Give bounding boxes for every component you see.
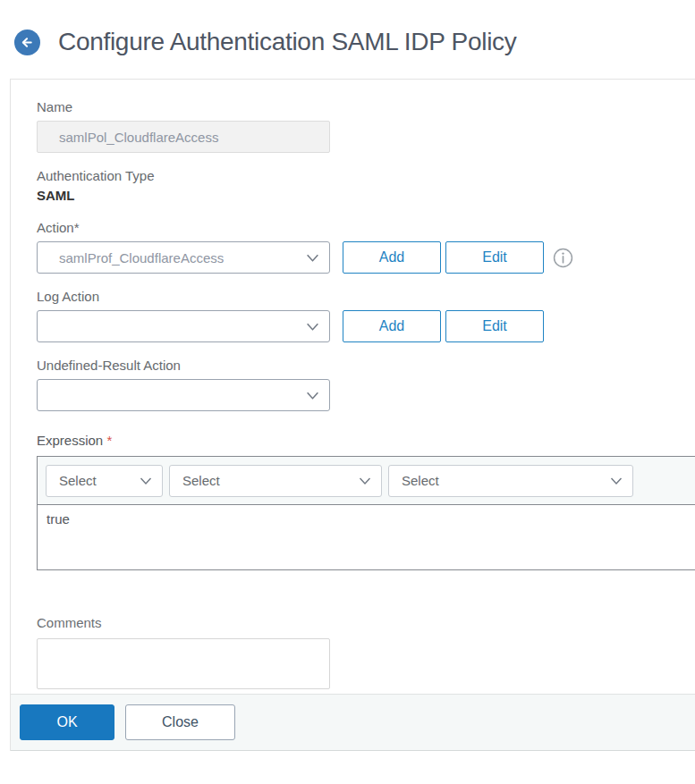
undefined-result-row (37, 379, 695, 411)
action-select[interactable]: samlProf_CloudflareAccess (37, 241, 330, 274)
chevron-down-icon (305, 250, 320, 266)
log-action-edit-button[interactable]: Edit (445, 310, 544, 342)
chevron-down-icon (305, 388, 320, 403)
log-action-label: Log Action (37, 288, 695, 305)
expression-select-1-value: Select (47, 473, 139, 488)
undefined-result-select[interactable] (37, 379, 330, 411)
chevron-down-icon (139, 474, 153, 488)
expression-select-3[interactable]: Select (388, 465, 633, 497)
expression-select-2[interactable]: Select (169, 465, 382, 497)
close-button[interactable]: Close (125, 704, 235, 740)
expression-label: Expression * (37, 433, 695, 448)
comments-label: Comments (37, 614, 695, 631)
required-asterisk: * (106, 433, 112, 448)
expression-select-3-value: Select (389, 473, 609, 488)
expression-select-1[interactable]: Select (46, 465, 163, 497)
name-input (37, 121, 330, 153)
action-row: samlProf_CloudflareAccess Add Edit (37, 241, 695, 274)
comments-textarea[interactable] (37, 638, 330, 689)
action-label: Action* (37, 219, 695, 236)
undefined-result-label: Undefined-Result Action (37, 357, 695, 374)
chevron-down-icon (358, 474, 372, 488)
chevron-down-icon (305, 319, 320, 334)
expression-label-text: Expression (37, 433, 103, 448)
ok-button[interactable]: OK (20, 704, 114, 740)
expression-select-2-value: Select (170, 473, 358, 488)
auth-type-label: Authentication Type (37, 167, 695, 184)
name-label: Name (37, 98, 695, 115)
log-action-add-button[interactable]: Add (343, 310, 441, 342)
footer-bar: OK Close (11, 694, 695, 751)
back-button[interactable] (14, 30, 40, 55)
expression-toolbar: Select Select Select (38, 457, 695, 505)
info-icon[interactable] (553, 248, 573, 268)
action-add-button[interactable]: Add (343, 241, 441, 274)
config-panel: Name Authentication Type SAML Action* sa… (10, 79, 695, 751)
expression-input[interactable]: true (38, 505, 695, 569)
page-header: Configure Authentication SAML IDP Policy (14, 28, 517, 56)
chevron-down-icon (609, 474, 623, 488)
form-area: Name Authentication Type SAML Action* sa… (11, 80, 695, 689)
expression-editor: Select Select Select (37, 456, 695, 570)
page-title: Configure Authentication SAML IDP Policy (58, 28, 517, 56)
action-select-value: samlProf_CloudflareAccess (38, 250, 305, 266)
action-edit-button[interactable]: Edit (445, 241, 544, 274)
auth-type-value: SAML (37, 187, 695, 204)
log-action-select[interactable] (37, 310, 330, 342)
arrow-left-icon (20, 35, 35, 50)
log-action-row: Add Edit (37, 310, 695, 342)
